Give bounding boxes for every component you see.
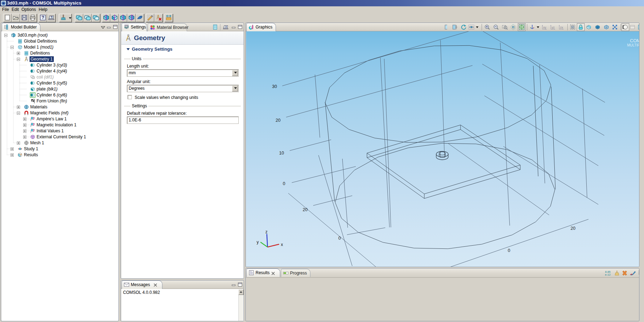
svg-text:0: 0 <box>508 248 510 253</box>
svg-text:yz: yz <box>552 26 555 29</box>
svg-text:10: 10 <box>279 151 284 156</box>
svg-text:?: ? <box>51 15 52 19</box>
svg-text:20: 20 <box>276 118 281 123</box>
svg-text:20: 20 <box>303 207 308 212</box>
svg-text:COMSOL: COMSOL <box>630 38 639 43</box>
svg-text:?: ? <box>41 15 44 20</box>
svg-text:zx: zx <box>560 26 563 29</box>
svg-text:?: ? <box>225 25 227 29</box>
svg-text:x: x <box>281 242 283 247</box>
svg-text:y: y <box>257 240 259 245</box>
svg-text:0: 0 <box>283 181 285 186</box>
svg-text:xy: xy <box>543 26 546 29</box>
svg-text:30: 30 <box>272 84 277 89</box>
svg-text:0: 0 <box>339 236 341 241</box>
svg-text:z: z <box>265 229 268 234</box>
svg-text:20: 20 <box>571 226 575 231</box>
svg-text:MULTIPHYSICS: MULTIPHYSICS <box>627 43 639 47</box>
